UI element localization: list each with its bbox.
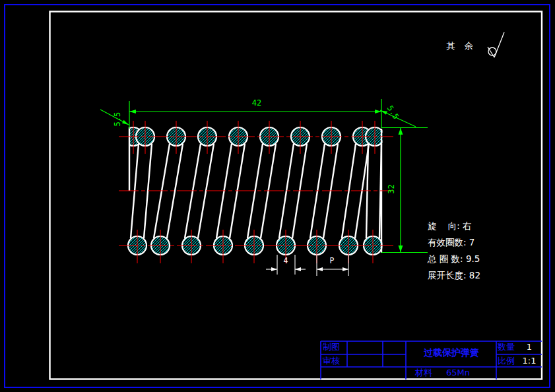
titleblock-checked-label: 审核 [323,356,340,366]
spec-winding-direction: 旋 向: 右 [428,221,472,231]
spring-wire-bands [131,144,381,238]
titleblock-part-name: 过载保护弹簧 [407,348,496,358]
dim-wire-width: 4 [281,257,290,265]
surface-note: 其 余 [446,41,476,51]
titleblock-quantity-label: 数量 [498,343,515,352]
dim-diameter: 32 [387,181,396,198]
outer-border [5,5,550,387]
spec-developed-length: 展开长度: 82 [428,271,480,280]
cad-drawing-page: 其 余 42 5.5 5.5 32 4 P 旋 向: 右 有效圈数: 7 总 圈… [0,0,555,392]
dim-pitch: P [327,257,337,265]
spec-total-coils: 总 圈 数: 9.5 [428,254,480,264]
titleblock-material-value: 65Mn [446,368,470,377]
titleblock-scale-label: 比例 [498,356,515,366]
titleblock-quantity-value: 1 [523,343,536,352]
spec-active-coils: 有效圈数: 7 [428,238,474,247]
titleblock-drawn-label: 制图 [323,343,340,352]
dim-left-end: 5.5 [114,111,122,128]
cad-canvas [0,0,555,392]
titleblock-scale-value: 1:1 [519,356,540,366]
titleblock-material-label: 材料 [415,368,432,377]
surface-finish-icon [488,32,504,57]
dim-free-length: 42 [248,99,265,108]
